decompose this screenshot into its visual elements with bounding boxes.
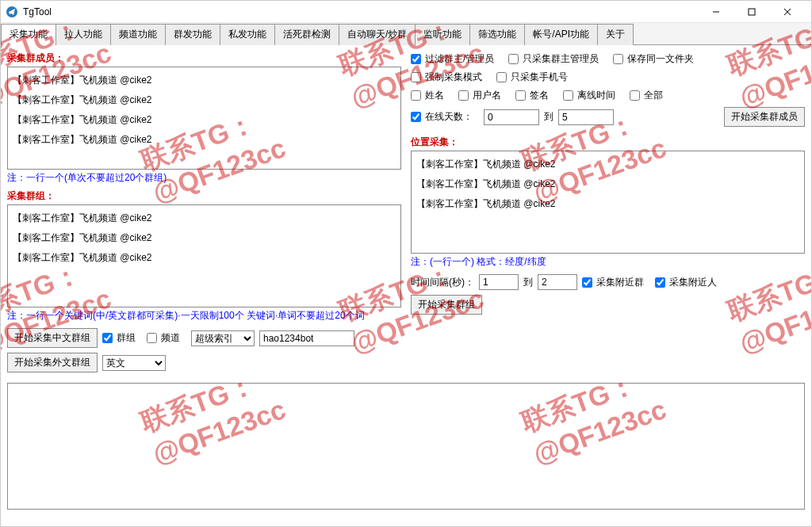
close-button[interactable] [769, 1, 805, 23]
window-controls [698, 1, 805, 23]
titlebar-left: TgTool [6, 6, 52, 18]
row-online-days: 在线天数： 到 开始采集群成员 [411, 107, 805, 127]
label-collect-members: 采集群成员： [7, 52, 401, 65]
row-filters-2: 强制采集模式 只采集手机号 [411, 71, 805, 84]
list-item[interactable]: 【刺客工作室】飞机频道 @cike2 [11, 71, 397, 90]
tabstrip: 采集功能 拉人功能 频道功能 群发功能 私发功能 活死群检测 自动聊天/炒群 监… [1, 23, 811, 45]
list-item[interactable]: 【刺客工作室】飞机频道 @cike2 [11, 110, 397, 130]
right-column: 过滤群主/管理员 只采集群主管理员 保存同一文件夹 强制采集模式 只采集手机号 … [411, 50, 805, 375]
chk-same-folder[interactable] [613, 54, 623, 64]
chk-offline[interactable] [563, 90, 573, 101]
tab-invite[interactable]: 拉人功能 [56, 24, 111, 45]
row-filters-3: 姓名 用户名 签名 离线时间 全部 [411, 89, 805, 102]
chk-filter-admin[interactable] [411, 54, 421, 64]
start-collect-members-button[interactable]: 开始采集群成员 [724, 107, 805, 127]
list-item[interactable]: 【刺客工作室】飞机频道 @cike2 [11, 248, 397, 268]
row-en-collect: 开始采集外文群组 英文 [7, 353, 401, 372]
log-textarea[interactable] [7, 383, 805, 510]
start-collect-cn-button[interactable]: 开始采集中文群组 [7, 328, 98, 348]
days-to-input[interactable] [558, 109, 614, 125]
list-item[interactable]: 【刺客工作室】飞机频道 @cike2 [11, 208, 397, 228]
chk-nearby-group[interactable] [582, 277, 592, 288]
minimize-button[interactable] [698, 1, 733, 23]
note-location: 注：(一行一个) 格式：经度/纬度 [411, 255, 805, 269]
chk-signature[interactable] [515, 90, 526, 101]
chk-filter-admin-label[interactable]: 过滤群主/管理员 [411, 52, 494, 66]
tab-channel[interactable]: 频道功能 [110, 24, 166, 45]
members-listbox[interactable]: 【刺客工作室】飞机频道 @cike2 【刺客工作室】飞机频道 @cike2 【刺… [7, 67, 401, 170]
start-collect-groups-button[interactable]: 开始采集群组 [411, 295, 482, 315]
list-item[interactable]: 【刺客工作室】飞机频道 @cike2 [415, 194, 801, 214]
chk-nearby-group-label[interactable]: 采集附近群 [582, 276, 644, 289]
chk-all-label[interactable]: 全部 [630, 89, 663, 102]
chk-group-label[interactable]: 群组 [102, 331, 136, 345]
chk-channel-text: 频道 [161, 331, 180, 345]
chk-same-folder-label[interactable]: 保存同一文件夹 [613, 52, 694, 66]
list-item[interactable]: 【刺客工作室】飞机频道 @cike2 [415, 174, 801, 194]
interval-to-label: 到 [523, 276, 533, 289]
interval-to-input[interactable] [538, 274, 577, 290]
svg-rect-2 [749, 9, 755, 15]
chk-channel-label[interactable]: 频道 [147, 331, 180, 345]
left-column: 采集群成员： 【刺客工作室】飞机频道 @cike2 【刺客工作室】飞机频道 @c… [7, 50, 401, 375]
tab-auto-chat[interactable]: 自动聊天/炒群 [339, 24, 416, 45]
chk-force[interactable] [411, 72, 421, 82]
tab-collect[interactable]: 采集功能 [1, 24, 56, 45]
chk-online-days[interactable] [411, 112, 421, 122]
maximize-button[interactable] [733, 1, 769, 23]
app-icon [6, 6, 18, 18]
chk-only-phone-label[interactable]: 只采集手机号 [496, 71, 568, 84]
columns: 采集群成员： 【刺客工作室】飞机频道 @cike2 【刺客工作室】飞机频道 @c… [7, 50, 805, 375]
chk-signature-label[interactable]: 签名 [515, 89, 549, 102]
tab-dead-check[interactable]: 活死群检测 [274, 24, 339, 45]
label-collect-groups: 采集群组： [7, 189, 401, 203]
chk-nearby-people[interactable] [655, 277, 665, 288]
chk-only-admin-label[interactable]: 只采集群主管理员 [508, 52, 599, 66]
interval-label: 时间间隔(秒)： [411, 276, 474, 289]
app-window: TgTool 采集功能 拉人功能 频道功能 群发功能 私发功能 活死群检测 自动… [0, 0, 812, 527]
chk-group-text: 群组 [117, 331, 136, 345]
note-groups: 注：一行一个关键词(中/英文群都可采集)·一天限制100个 关键词·单词不要超过… [7, 309, 401, 323]
select-index[interactable]: 超级索引 [191, 330, 255, 346]
chk-nearby-people-label[interactable]: 采集附近人 [655, 276, 717, 289]
groups-listbox[interactable]: 【刺客工作室】飞机频道 @cike2 【刺客工作室】飞机频道 @cike2 【刺… [7, 204, 401, 307]
chk-all[interactable] [630, 90, 640, 101]
chk-username-label[interactable]: 用户名 [458, 89, 501, 102]
tab-monitor[interactable]: 监听功能 [415, 24, 470, 45]
chk-channel[interactable] [147, 333, 157, 343]
tab-content: 采集群成员： 【刺客工作室】飞机频道 @cike2 【刺客工作室】飞机频道 @c… [1, 45, 811, 526]
app-title: TgTool [23, 6, 52, 17]
days-to-label: 到 [544, 110, 553, 124]
tab-filter[interactable]: 筛选功能 [469, 24, 525, 45]
titlebar: TgTool [1, 1, 811, 23]
chk-online-days-label[interactable]: 在线天数： [411, 110, 473, 124]
tab-group-send[interactable]: 群发功能 [165, 24, 220, 45]
row-interval: 时间间隔(秒)： 到 采集附近群 采集附近人 [411, 274, 805, 290]
tab-account-api[interactable]: 帐号/API功能 [524, 24, 598, 45]
row-start-groups: 开始采集群组 [411, 295, 805, 315]
start-collect-en-button[interactable]: 开始采集外文群组 [7, 353, 98, 372]
bot-input[interactable] [259, 330, 354, 346]
chk-force-label[interactable]: 强制采集模式 [411, 71, 482, 84]
select-language[interactable]: 英文 [102, 355, 166, 371]
list-item[interactable]: 【刺客工作室】飞机频道 @cike2 [11, 90, 397, 110]
interval-from-input[interactable] [479, 274, 519, 290]
tab-about[interactable]: 关于 [597, 24, 634, 45]
list-item[interactable]: 【刺客工作室】飞机频道 @cike2 [415, 155, 801, 174]
list-item[interactable]: 【刺客工作室】飞机频道 @cike2 [11, 130, 397, 150]
chk-name-label[interactable]: 姓名 [411, 89, 444, 102]
days-from-input[interactable] [484, 109, 539, 125]
list-item[interactable]: 【刺客工作室】飞机频道 @cike2 [11, 228, 397, 248]
location-listbox[interactable]: 【刺客工作室】飞机频道 @cike2 【刺客工作室】飞机频道 @cike2 【刺… [411, 151, 805, 254]
chk-name[interactable] [411, 90, 421, 101]
note-members: 注：一行一个(单次不要超过20个群组) [7, 171, 401, 185]
chk-offline-label[interactable]: 离线时间 [563, 89, 615, 102]
chk-group[interactable] [102, 333, 113, 343]
tab-private-send[interactable]: 私发功能 [220, 24, 275, 45]
row-cn-collect: 开始采集中文群组 群组 频道 超级索引 [7, 328, 401, 348]
chk-only-admin[interactable] [508, 54, 519, 64]
row-filters-1: 过滤群主/管理员 只采集群主管理员 保存同一文件夹 [411, 52, 805, 66]
label-location-collect: 位置采集： [411, 136, 805, 149]
chk-only-phone[interactable] [496, 72, 507, 82]
chk-username[interactable] [458, 90, 469, 101]
